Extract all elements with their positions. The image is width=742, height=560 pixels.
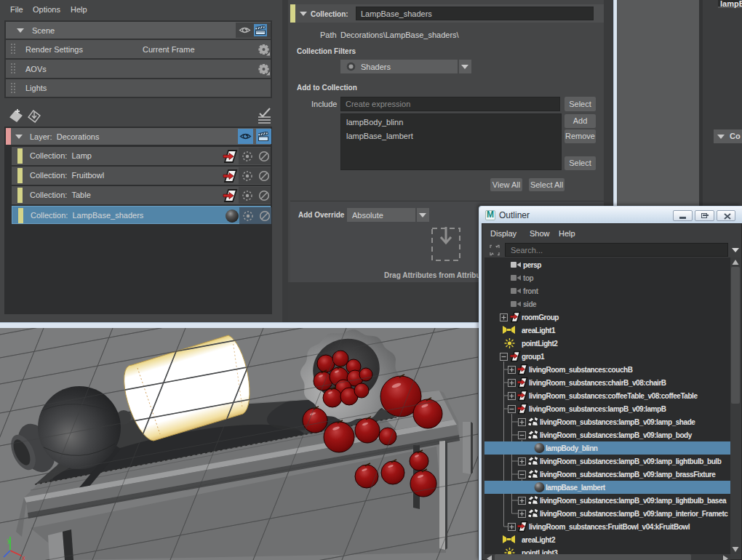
- svg-text:x: x: [22, 554, 25, 560]
- svg-text:y: y: [7, 537, 11, 544]
